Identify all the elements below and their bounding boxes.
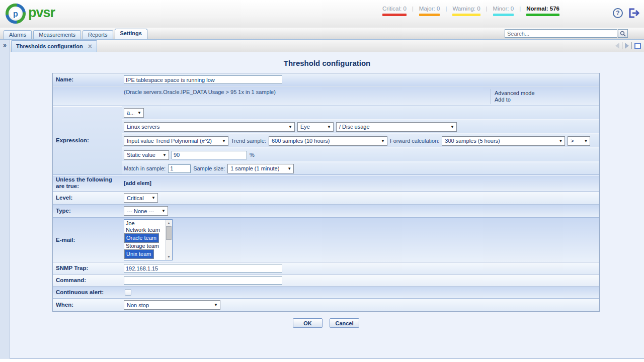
chevron-down-icon: ▼ (222, 139, 226, 143)
counter-divider: | (519, 6, 521, 12)
counter-divider: | (412, 6, 414, 12)
type-select[interactable]: --- None ---▼ (124, 206, 168, 216)
doc-tab-thresholds-configuration[interactable]: Thresholds configuration × (11, 40, 97, 52)
metric-select[interactable]: / Disc usage▼ (336, 122, 457, 132)
row-unless: Unless the following are true: [add elem… (53, 174, 599, 191)
search-input[interactable] (505, 29, 617, 38)
doc-tab-label: Thresholds configuration (16, 43, 83, 49)
expression-operator-row: and▼ (122, 106, 599, 120)
match-in-sample-input[interactable] (168, 164, 191, 173)
forward-calculation-label: Forward calculation: (390, 138, 439, 144)
content-panel: Threshold configuration Name: (Oracle se… (10, 52, 644, 359)
row-when: When: Non stop▼ (53, 298, 599, 311)
pvsr-logo: p pvsr (5, 3, 55, 25)
chevron-down-icon: ▼ (288, 125, 292, 129)
email-option[interactable]: Network team (124, 227, 165, 233)
email-label: E-mail: (53, 235, 122, 245)
scroll-down-icon[interactable]: ▼ (166, 253, 172, 260)
close-icon[interactable]: × (88, 44, 92, 49)
advanced-mode-link[interactable]: Advanced mode (495, 90, 597, 97)
pvsr-logo-icon: p (5, 3, 26, 25)
trend-sample-select[interactable]: 600 samples (10 hours)▼ (269, 136, 387, 146)
svg-text:p: p (13, 10, 18, 18)
comparator-select[interactable]: >▼ (568, 136, 590, 146)
input-mode-select[interactable]: Input value Trend Polynomial (x^2)▼ (124, 136, 228, 146)
counter-warning[interactable]: Warning: 0 (451, 6, 481, 16)
sample-size-select[interactable]: 1 sample (1 minute)▼ (227, 164, 294, 173)
email-option[interactable]: Windows team (124, 259, 165, 260)
tab-alarms[interactable]: Alarms (4, 30, 32, 39)
forward-calculation-select[interactable]: 300 samples (5 hours)▼ (442, 136, 565, 146)
main-tabbar: Alarms Measurements Reports Settings (0, 28, 644, 40)
scroll-up-icon[interactable]: ▲ (166, 220, 172, 226)
chevron-down-icon: ▼ (214, 303, 218, 307)
snmp-trap-label: SNMP Trap: (53, 263, 122, 273)
row-name: Name: (53, 73, 599, 86)
level-label: Level: (53, 193, 122, 203)
expression-source-row: Linux servers▼ Eye▼ / Disc usage▼ (122, 120, 599, 134)
page-title: Threshold configuration (10, 52, 644, 67)
row-expression-summary: (Oracle servers.Oracle.IPE_DATA Usage > … (53, 86, 599, 106)
threshold-value-input[interactable] (172, 151, 247, 159)
type-label: Type: (53, 206, 122, 216)
row-type: Type: --- None ---▼ (53, 204, 599, 217)
match-in-sample-label: Match in sample: (124, 165, 166, 171)
row-email: E-mail: JoeNetwork teamOracle teamStorag… (53, 217, 599, 262)
command-label: Command: (53, 276, 122, 285)
email-option[interactable]: Joe (124, 220, 165, 227)
email-option[interactable]: Unix team (124, 249, 154, 259)
document-tabbar: Thresholds configuration × (10, 40, 644, 52)
email-listbox[interactable]: JoeNetwork teamOracle teamStorage teamUn… (124, 219, 173, 260)
add-elem-link[interactable]: [add elem] (124, 180, 151, 186)
app-header: p pvsr Critical: 0 | Major: 0 | Warning:… (0, 0, 644, 28)
continuous-alert-checkbox[interactable] (125, 289, 131, 296)
expression-value-row: Static value▼ % (122, 148, 599, 162)
unless-label: Unless the following are true: (53, 175, 122, 191)
scrollbar-thumb[interactable] (166, 226, 172, 240)
expression-label: Expression: (53, 136, 122, 145)
counter-critical[interactable]: Critical: 0 (381, 6, 408, 16)
counter-normal[interactable]: Normal: 576 (525, 6, 560, 16)
ok-button[interactable]: OK (293, 318, 323, 328)
value-type-select[interactable]: Static value▼ (124, 150, 169, 160)
cancel-button[interactable]: Cancel (330, 318, 359, 328)
command-input[interactable] (124, 276, 282, 285)
tab-measurements[interactable]: Measurements (33, 30, 81, 39)
help-icon[interactable]: ? (613, 8, 623, 18)
name-input[interactable] (124, 75, 282, 84)
add-to-link[interactable]: Add to (495, 97, 597, 103)
source-group-select[interactable]: Linux servers▼ (124, 122, 295, 132)
scroll-tabs-left-icon[interactable] (615, 43, 619, 49)
when-label: When: (53, 300, 122, 310)
chevron-down-icon: ▼ (450, 125, 454, 129)
expression-sample-row: Match in sample: Sample size: 1 sample (… (122, 162, 599, 174)
row-continuous-alert: Continuous alert: (53, 286, 599, 298)
row-snmp-trap: SNMP Trap: (53, 262, 599, 274)
threshold-form: Name: (Oracle servers.Oracle.IPE_DATA Us… (52, 73, 600, 312)
source-type-select[interactable]: Eye▼ (297, 122, 334, 132)
scroll-tabs-right-icon[interactable] (625, 43, 629, 49)
counter-minor[interactable]: Minor: 0 (492, 6, 515, 16)
row-level: Level: Critical▼ (53, 191, 599, 204)
email-option[interactable]: Storage team (124, 243, 165, 249)
listbox-scrollbar[interactable]: ▲ ▼ (165, 220, 172, 260)
divider (631, 42, 632, 49)
chevron-down-icon: ▼ (137, 111, 141, 115)
counter-major[interactable]: Major: 0 (418, 6, 441, 16)
trend-sample-label: Trend sample: (231, 138, 266, 144)
chevron-down-icon: ▼ (287, 166, 291, 171)
email-option[interactable]: Oracle team (124, 233, 159, 243)
sidebar-expand-button[interactable]: » (1, 42, 9, 49)
maximize-icon[interactable] (634, 43, 641, 49)
warning-bar (452, 14, 480, 16)
tab-reports[interactable]: Reports (83, 30, 113, 39)
search-button[interactable] (618, 29, 628, 38)
snmp-trap-input[interactable] (124, 264, 282, 273)
counter-divider: | (445, 6, 447, 12)
when-select[interactable]: Non stop▼ (124, 300, 220, 310)
logout-icon[interactable] (628, 8, 640, 20)
tab-settings[interactable]: Settings (115, 29, 147, 39)
unit-label: % (250, 152, 255, 158)
operator-select[interactable]: and▼ (124, 108, 144, 118)
level-select[interactable]: Critical▼ (124, 193, 158, 203)
